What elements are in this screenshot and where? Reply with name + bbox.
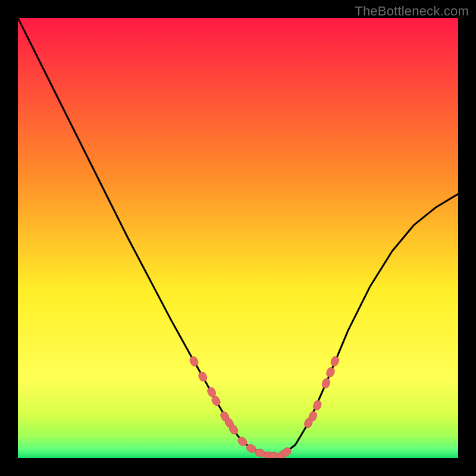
bottleneck-chart [18,18,458,458]
gradient-background [18,18,458,458]
svg-rect-2 [18,446,458,449]
chart-frame: TheBottleneck.com [0,0,476,476]
watermark-text: TheBottleneck.com [355,4,469,19]
svg-rect-3 [18,451,458,453]
